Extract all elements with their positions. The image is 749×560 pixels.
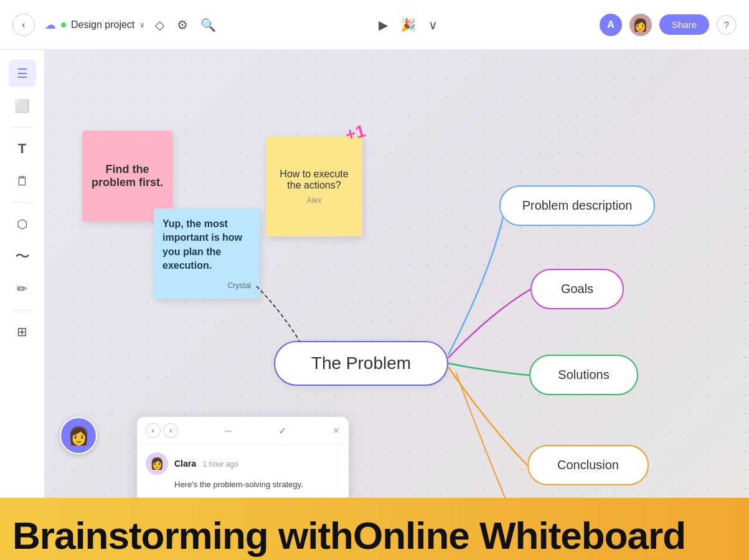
text-icon: T (18, 141, 26, 157)
tag-icon[interactable]: ◇ (155, 17, 164, 32)
comment-resolve-button[interactable]: ✓ (278, 425, 286, 437)
comment-close-button[interactable]: ✕ (332, 426, 340, 436)
comment-user-row: 👩 Clara 1 hour ago (146, 452, 340, 475)
sticky-yellow-text: How to execute the actions? (273, 169, 355, 191)
sidebar-item-layout[interactable]: ⊞ (9, 318, 36, 345)
avatar-a: A (600, 14, 622, 36)
settings-icon[interactable]: ⚙ (177, 17, 188, 32)
back-icon: ‹ (22, 19, 25, 30)
comment-clara-avatar: 👩 (146, 452, 168, 475)
avatar-photo: 👩 (629, 14, 652, 36)
comment-clara-time: 1 hour ago (202, 460, 238, 469)
canvas: Find the problem first. How to execute t… (45, 50, 749, 560)
sticky-pink-text: Find the problem first. (90, 163, 165, 189)
sticky-blue-author: Crystal (163, 281, 251, 290)
sidebar-item-line[interactable]: 〜 (9, 243, 36, 270)
sticky-note-yellow[interactable]: How to execute the actions? Alex (266, 137, 362, 236)
node-problem-label: The Problem (311, 353, 411, 373)
sidebar-divider-1 (11, 127, 34, 128)
play-icon[interactable]: ▶ (379, 17, 388, 32)
topbar-left: ‹ ☁ Design project ∨ ◇ ⚙ 🔍 (12, 14, 216, 36)
node-problem-desc-label: Problem description (522, 198, 633, 213)
comment-tail (73, 452, 83, 454)
comment-prev-button[interactable]: ‹ (146, 423, 161, 438)
topbar-center: ▶ 🎉 ∨ (379, 17, 438, 32)
node-goals[interactable]: Goals (530, 269, 624, 309)
project-name: Design project (71, 19, 134, 30)
party-icon[interactable]: 🎉 (400, 17, 416, 32)
comment-popup-header: ‹ › ··· ✓ ✕ (137, 417, 349, 445)
sticky-blue-text: Yup, the most important is how you plan … (163, 217, 251, 273)
clara-avatar-icon: 👩 (150, 457, 164, 470)
node-problem-description[interactable]: Problem description (499, 185, 655, 226)
comment-next-button[interactable]: › (163, 423, 178, 438)
comment-more-button[interactable]: ··· (224, 426, 232, 436)
help-button[interactable]: ? (717, 15, 737, 35)
back-button[interactable]: ‹ (12, 14, 35, 36)
sticky-note-blue[interactable]: Yup, the most important is how you plan … (154, 208, 260, 299)
project-name-area[interactable]: ☁ Design project ∨ (45, 18, 145, 32)
node-conclusion[interactable]: Conclusion (527, 445, 649, 485)
bottom-title-bar: Brainstorming withOnline Whiteboard (0, 498, 749, 560)
online-dot (61, 22, 66, 27)
bottom-title-text: Brainstorming withOnline Whiteboard (12, 516, 685, 555)
comment-clara-text: Here's the problem-solving strategy. (174, 480, 340, 489)
cloud-icon: ☁ (45, 18, 56, 32)
frame-icon: ⬜ (14, 98, 30, 113)
select-icon: ☰ (17, 66, 28, 81)
topbar: ‹ ☁ Design project ∨ ◇ ⚙ 🔍 ▶ 🎉 ∨ A 👩 Sha… (0, 0, 749, 50)
comment-avatar-icon: 👩 (68, 426, 90, 446)
more-icon[interactable]: ∨ (428, 17, 438, 32)
topbar-right: A 👩 Share ? (600, 14, 737, 36)
sidebar-item-note[interactable]: 🗒 (9, 167, 36, 195)
comment-clara-name: Clara (174, 459, 196, 469)
node-conclusion-label: Conclusion (557, 458, 619, 472)
sidebar-item-shape[interactable]: ⬡ (9, 210, 36, 238)
note-icon: 🗒 (16, 174, 29, 189)
comment-nav: ‹ › (146, 423, 178, 438)
sidebar-item-select[interactable]: ☰ (9, 60, 36, 87)
shape-icon: ⬡ (17, 217, 27, 231)
search-icon[interactable]: 🔍 (200, 17, 216, 32)
comment-avatar-bubble[interactable]: 👩 (60, 417, 97, 454)
layout-icon: ⊞ (17, 324, 27, 339)
comment-body: 👩 Clara 1 hour ago Here's the problem-so… (137, 445, 349, 497)
topbar-tools: ◇ ⚙ 🔍 (155, 17, 216, 32)
node-problem[interactable]: The Problem (274, 341, 448, 386)
comment-clara-meta: Clara 1 hour ago (174, 458, 238, 469)
sticky-yellow-author: Alex (307, 196, 321, 205)
sidebar-item-frame[interactable]: ⬜ (9, 92, 36, 119)
chevron-down-icon: ∨ (139, 21, 145, 29)
node-solutions-label: Solutions (558, 368, 609, 382)
node-goals-label: Goals (561, 282, 593, 296)
sidebar-divider-3 (11, 310, 34, 310)
pen-icon: ✏ (17, 281, 27, 296)
sidebar-item-text[interactable]: T (9, 135, 36, 162)
sticky-note-pink[interactable]: Find the problem first. (82, 131, 172, 221)
sidebar-item-pen[interactable]: ✏ (9, 275, 36, 302)
sidebar-divider-2 (11, 202, 34, 203)
line-icon: 〜 (15, 246, 30, 266)
share-button[interactable]: Share (659, 14, 709, 35)
node-solutions[interactable]: Solutions (529, 355, 638, 395)
help-icon: ? (724, 20, 729, 30)
sidebar: ☰ ⬜ T 🗒 ⬡ 〜 ✏ ⊞ (0, 50, 45, 560)
